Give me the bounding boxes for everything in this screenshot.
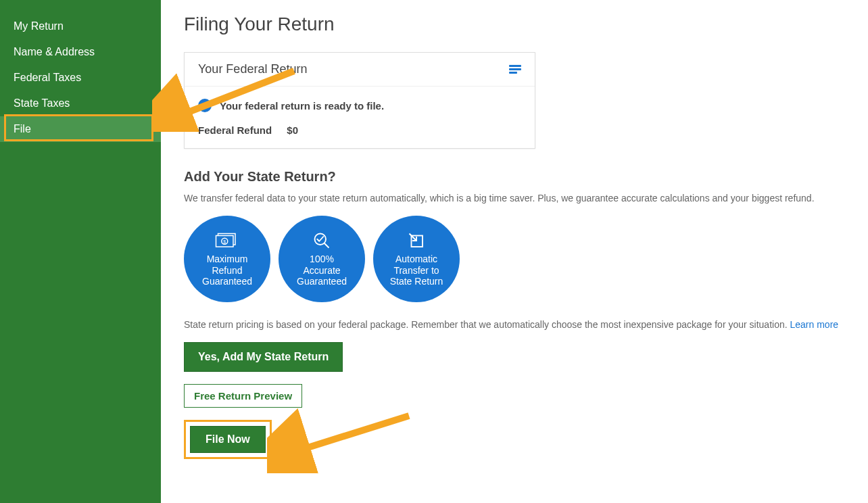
svg-text:$: $ [223, 239, 226, 244]
main-content: Filing Your Return Your Federal Return Y… [184, 14, 854, 459]
badges-row: $ Maximum Refund Guaranteed 100% Accurat… [184, 216, 854, 302]
pricing-note: State return pricing is based on your fe… [184, 319, 854, 330]
refund-row: Federal Refund $0 [198, 124, 521, 136]
federal-status-text: Your federal return is ready to file. [220, 100, 384, 112]
card-menu-icon[interactable] [509, 65, 521, 74]
status-row: Your federal return is ready to file. [198, 99, 521, 112]
badge-max-refund: $ Maximum Refund Guaranteed [184, 216, 270, 302]
badge-line: Automatic [395, 254, 437, 265]
sidebar-item-state-taxes[interactable]: State Taxes [0, 91, 161, 116]
card-body: Your federal return is ready to file. Fe… [185, 87, 535, 148]
svg-line-7 [410, 233, 417, 241]
sidebar: My Return Name & Address Federal Taxes S… [0, 0, 161, 503]
badge-line: Accurate [303, 265, 340, 277]
card-title: Your Federal Return [198, 62, 307, 76]
badge-line: Maximum [207, 254, 248, 265]
sidebar-item-file[interactable]: File [0, 116, 161, 142]
svg-line-5 [324, 243, 329, 248]
free-return-preview-button[interactable]: Free Return Preview [184, 384, 302, 408]
state-heading: Add Your State Return? [184, 169, 854, 185]
checkmark-icon [198, 99, 212, 112]
badge-line: Refund [212, 265, 242, 277]
refund-value: $0 [287, 124, 298, 136]
badge-auto-transfer: Automatic Transfer to State Return [373, 216, 460, 302]
page-title: Filing Your Return [184, 14, 854, 35]
sidebar-item-my-return[interactable]: My Return [0, 14, 161, 39]
annotation-highlight-file-now: File Now [184, 420, 272, 459]
badge-line: Guaranteed [297, 276, 347, 287]
badge-line: State Return [390, 276, 443, 287]
federal-return-card: Your Federal Return Your federal return … [184, 52, 535, 149]
add-state-return-button[interactable]: Yes, Add My State Return [184, 342, 343, 372]
badge-line: Guaranteed [202, 276, 252, 287]
badge-line: Transfer to [393, 265, 439, 277]
transfer-icon [404, 231, 429, 251]
sidebar-item-name-address[interactable]: Name & Address [0, 39, 161, 65]
sidebar-item-federal-taxes[interactable]: Federal Taxes [0, 65, 161, 91]
badge-line: 100% [310, 254, 334, 265]
learn-more-link[interactable]: Learn more [790, 319, 839, 330]
refund-label: Federal Refund [198, 124, 272, 136]
badge-accurate: 100% Accurate Guaranteed [279, 216, 365, 302]
card-header: Your Federal Return [185, 53, 535, 87]
state-description: We transfer federal data to your state r… [184, 193, 854, 203]
accuracy-icon [310, 231, 334, 251]
file-now-button[interactable]: File Now [190, 426, 266, 453]
pricing-note-text: State return pricing is based on your fe… [184, 319, 790, 330]
money-icon: $ [215, 231, 239, 251]
